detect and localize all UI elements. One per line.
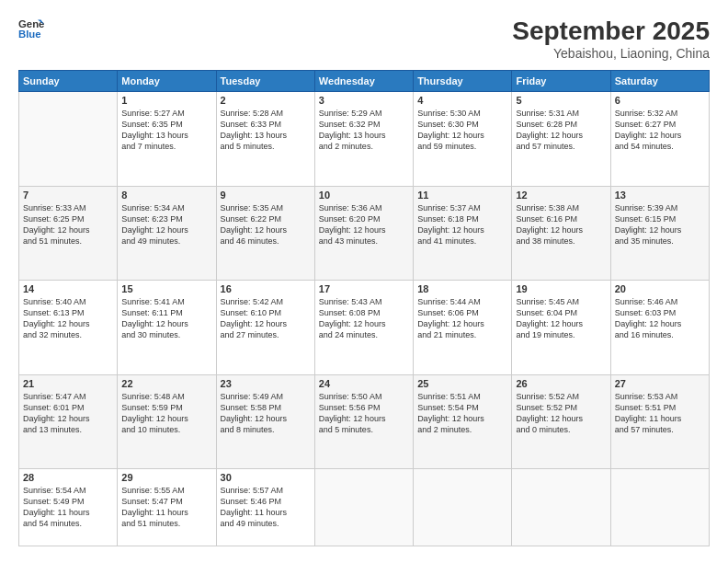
day-info: Sunrise: 5:30 AM Sunset: 6:30 PM Dayligh… — [417, 108, 507, 153]
day-info: Sunrise: 5:44 AM Sunset: 6:06 PM Dayligh… — [417, 296, 507, 341]
table-row: 15Sunrise: 5:41 AM Sunset: 6:11 PM Dayli… — [118, 281, 216, 375]
day-info: Sunrise: 5:36 AM Sunset: 6:20 PM Dayligh… — [319, 202, 409, 247]
table-row: 28Sunrise: 5:54 AM Sunset: 5:49 PM Dayli… — [19, 469, 118, 546]
day-number: 24 — [319, 378, 409, 389]
day-info: Sunrise: 5:46 AM Sunset: 6:03 PM Dayligh… — [615, 296, 705, 341]
day-info: Sunrise: 5:48 AM Sunset: 5:59 PM Dayligh… — [121, 391, 211, 436]
table-row: 24Sunrise: 5:50 AM Sunset: 5:56 PM Dayli… — [314, 374, 413, 469]
day-number: 23 — [221, 378, 311, 389]
day-number: 11 — [417, 190, 507, 201]
header: General Blue September 2025 Yebaishou, L… — [18, 17, 710, 61]
table-row: 11Sunrise: 5:37 AM Sunset: 6:18 PM Dayli… — [414, 186, 512, 281]
month-year-title: September 2025 — [512, 17, 710, 46]
table-row: 22Sunrise: 5:48 AM Sunset: 5:59 PM Dayli… — [118, 374, 216, 469]
calendar-table: Sunday Monday Tuesday Wednesday Thursday… — [18, 70, 710, 546]
header-friday: Friday — [512, 71, 610, 92]
day-number: 7 — [23, 190, 113, 201]
table-row: 13Sunrise: 5:39 AM Sunset: 6:15 PM Dayli… — [610, 186, 709, 281]
header-saturday: Saturday — [610, 71, 709, 92]
table-row: 12Sunrise: 5:38 AM Sunset: 6:16 PM Dayli… — [512, 186, 610, 281]
day-info: Sunrise: 5:42 AM Sunset: 6:10 PM Dayligh… — [221, 296, 311, 341]
day-number: 25 — [417, 378, 507, 389]
table-row — [512, 469, 610, 546]
day-number: 5 — [516, 95, 606, 106]
table-row: 7Sunrise: 5:33 AM Sunset: 6:25 PM Daylig… — [19, 186, 118, 281]
table-row: 30Sunrise: 5:57 AM Sunset: 5:46 PM Dayli… — [216, 469, 314, 546]
header-thursday: Thursday — [414, 71, 512, 92]
table-row: 4Sunrise: 5:30 AM Sunset: 6:30 PM Daylig… — [414, 92, 512, 187]
day-number: 26 — [516, 378, 606, 389]
table-row: 14Sunrise: 5:40 AM Sunset: 6:13 PM Dayli… — [19, 281, 118, 375]
day-number: 6 — [615, 95, 705, 106]
day-info: Sunrise: 5:29 AM Sunset: 6:32 PM Dayligh… — [319, 108, 409, 153]
calendar-week-row: 21Sunrise: 5:47 AM Sunset: 6:01 PM Dayli… — [19, 374, 710, 469]
day-number: 16 — [221, 283, 311, 294]
day-info: Sunrise: 5:41 AM Sunset: 6:11 PM Dayligh… — [121, 296, 211, 341]
calendar-week-row: 1Sunrise: 5:27 AM Sunset: 6:35 PM Daylig… — [19, 92, 710, 187]
day-info: Sunrise: 5:51 AM Sunset: 5:54 PM Dayligh… — [417, 391, 507, 436]
table-row: 23Sunrise: 5:49 AM Sunset: 5:58 PM Dayli… — [216, 374, 314, 469]
day-info: Sunrise: 5:34 AM Sunset: 6:23 PM Dayligh… — [121, 202, 211, 247]
day-info: Sunrise: 5:35 AM Sunset: 6:22 PM Dayligh… — [221, 202, 311, 247]
day-number: 14 — [23, 283, 113, 294]
table-row: 19Sunrise: 5:45 AM Sunset: 6:04 PM Dayli… — [512, 281, 610, 375]
day-number: 3 — [319, 95, 409, 106]
day-info: Sunrise: 5:43 AM Sunset: 6:08 PM Dayligh… — [319, 296, 409, 341]
calendar-week-row: 7Sunrise: 5:33 AM Sunset: 6:25 PM Daylig… — [19, 186, 710, 281]
day-info: Sunrise: 5:28 AM Sunset: 6:33 PM Dayligh… — [221, 108, 311, 153]
table-row: 9Sunrise: 5:35 AM Sunset: 6:22 PM Daylig… — [216, 186, 314, 281]
header-monday: Monday — [118, 71, 216, 92]
logo: General Blue — [18, 17, 44, 42]
day-info: Sunrise: 5:47 AM Sunset: 6:01 PM Dayligh… — [23, 391, 113, 436]
day-info: Sunrise: 5:31 AM Sunset: 6:28 PM Dayligh… — [516, 108, 606, 153]
weekday-header-row: Sunday Monday Tuesday Wednesday Thursday… — [19, 71, 710, 92]
header-wednesday: Wednesday — [314, 71, 413, 92]
day-number: 21 — [23, 378, 113, 389]
day-number: 22 — [121, 378, 211, 389]
table-row: 1Sunrise: 5:27 AM Sunset: 6:35 PM Daylig… — [118, 92, 216, 187]
day-info: Sunrise: 5:53 AM Sunset: 5:51 PM Dayligh… — [615, 391, 705, 436]
day-number: 29 — [121, 472, 211, 483]
table-row: 10Sunrise: 5:36 AM Sunset: 6:20 PM Dayli… — [314, 186, 413, 281]
day-info: Sunrise: 5:45 AM Sunset: 6:04 PM Dayligh… — [516, 296, 606, 341]
day-info: Sunrise: 5:33 AM Sunset: 6:25 PM Dayligh… — [23, 202, 113, 247]
day-number: 1 — [121, 95, 211, 106]
day-number: 27 — [615, 378, 705, 389]
header-tuesday: Tuesday — [216, 71, 314, 92]
table-row: 5Sunrise: 5:31 AM Sunset: 6:28 PM Daylig… — [512, 92, 610, 187]
svg-text:Blue: Blue — [18, 29, 41, 40]
day-number: 2 — [221, 95, 311, 106]
table-row — [610, 469, 709, 546]
day-info: Sunrise: 5:37 AM Sunset: 6:18 PM Dayligh… — [417, 202, 507, 247]
day-number: 20 — [615, 283, 705, 294]
day-info: Sunrise: 5:32 AM Sunset: 6:27 PM Dayligh… — [615, 108, 705, 153]
day-number: 19 — [516, 283, 606, 294]
table-row: 3Sunrise: 5:29 AM Sunset: 6:32 PM Daylig… — [314, 92, 413, 187]
table-row: 29Sunrise: 5:55 AM Sunset: 5:47 PM Dayli… — [118, 469, 216, 546]
day-number: 18 — [417, 283, 507, 294]
table-row: 20Sunrise: 5:46 AM Sunset: 6:03 PM Dayli… — [610, 281, 709, 375]
day-info: Sunrise: 5:40 AM Sunset: 6:13 PM Dayligh… — [23, 296, 113, 341]
day-number: 30 — [221, 472, 311, 483]
day-info: Sunrise: 5:39 AM Sunset: 6:15 PM Dayligh… — [615, 202, 705, 247]
table-row — [314, 469, 413, 546]
day-info: Sunrise: 5:52 AM Sunset: 5:52 PM Dayligh… — [516, 391, 606, 436]
calendar-week-row: 14Sunrise: 5:40 AM Sunset: 6:13 PM Dayli… — [19, 281, 710, 375]
day-number: 8 — [121, 190, 211, 201]
day-number: 9 — [221, 190, 311, 201]
table-row: 21Sunrise: 5:47 AM Sunset: 6:01 PM Dayli… — [19, 374, 118, 469]
day-info: Sunrise: 5:27 AM Sunset: 6:35 PM Dayligh… — [121, 108, 211, 153]
table-row: 16Sunrise: 5:42 AM Sunset: 6:10 PM Dayli… — [216, 281, 314, 375]
table-row: 6Sunrise: 5:32 AM Sunset: 6:27 PM Daylig… — [610, 92, 709, 187]
day-info: Sunrise: 5:49 AM Sunset: 5:58 PM Dayligh… — [221, 391, 311, 436]
table-row — [414, 469, 512, 546]
table-row — [19, 92, 118, 187]
day-number: 15 — [121, 283, 211, 294]
day-number: 4 — [417, 95, 507, 106]
day-info: Sunrise: 5:57 AM Sunset: 5:46 PM Dayligh… — [221, 485, 311, 530]
table-row: 17Sunrise: 5:43 AM Sunset: 6:08 PM Dayli… — [314, 281, 413, 375]
day-number: 17 — [319, 283, 409, 294]
location-subtitle: Yebaishou, Liaoning, China — [512, 46, 710, 61]
table-row: 27Sunrise: 5:53 AM Sunset: 5:51 PM Dayli… — [610, 374, 709, 469]
day-info: Sunrise: 5:50 AM Sunset: 5:56 PM Dayligh… — [319, 391, 409, 436]
